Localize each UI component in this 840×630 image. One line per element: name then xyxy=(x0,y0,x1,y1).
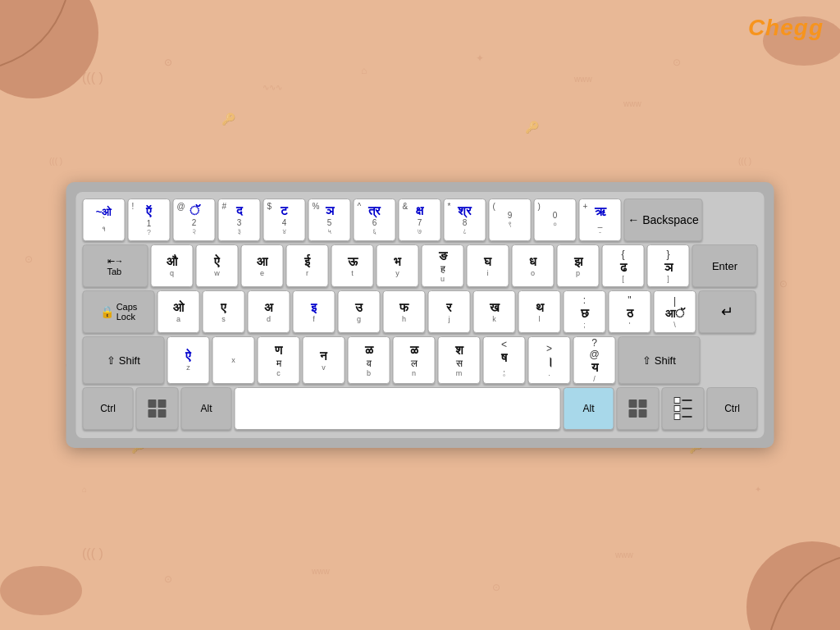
key-2[interactable]: @ ॅ 2 २ xyxy=(173,199,216,241)
key-slash[interactable]: ? @ य / xyxy=(573,336,616,384)
key-backslash[interactable]: | आॅ \ xyxy=(654,290,696,333)
key-l[interactable]: थ l xyxy=(518,290,561,333)
key-z[interactable]: ऐ z xyxy=(167,336,210,384)
keyboard-inner: ~ओ ` १ ! ऍ 1 ? @ ॅ 2 २ xyxy=(76,192,765,438)
key-ctrl-left[interactable]: Ctrl xyxy=(83,387,134,430)
svg-text:⊙: ⊙ xyxy=(164,573,172,585)
svg-text:((( ): ((( ) xyxy=(82,546,103,560)
svg-text:www: www xyxy=(573,75,592,84)
key-q[interactable]: औ q xyxy=(151,244,194,287)
key-7[interactable]: & क्ष 7 ७ xyxy=(399,199,441,241)
svg-text:🔑: 🔑 xyxy=(525,121,540,135)
key-4[interactable]: $ ट 4 ४ xyxy=(263,199,306,241)
key-r[interactable]: ई r xyxy=(286,244,329,287)
key-quote[interactable]: " ठ ' xyxy=(609,290,651,333)
bottom-row: ⇧ Shift ऐ z x ण म xyxy=(83,336,758,384)
svg-text:www: www xyxy=(311,567,330,576)
key-t[interactable]: ऊ t xyxy=(331,244,374,287)
key-b[interactable]: ळ व b xyxy=(348,336,390,384)
key-ctrl-right[interactable]: Ctrl xyxy=(707,387,758,430)
key-comma[interactable]: < ष , ° xyxy=(483,336,526,384)
qwerty-row: ⇤→Tab औ q ऐ w आ e xyxy=(83,244,758,287)
key-backspace[interactable]: ← Backspace xyxy=(624,199,703,241)
key-alt-left[interactable]: Alt xyxy=(181,387,232,430)
key-w[interactable]: ऐ w xyxy=(196,244,239,287)
key-tab[interactable]: ⇤→Tab xyxy=(83,244,148,287)
svg-text:www: www xyxy=(623,99,641,108)
key-open-bracket[interactable]: { ढ [ xyxy=(602,244,645,287)
svg-text:⌂: ⌂ xyxy=(361,65,367,76)
chegg-logo: Chegg xyxy=(748,15,824,41)
key-shift-right[interactable]: ⇧ Shift xyxy=(619,336,701,384)
key-menu[interactable] xyxy=(662,387,705,430)
key-c[interactable]: ण म c xyxy=(258,336,300,384)
key-minus[interactable]: + ऋ _ - xyxy=(579,199,622,241)
svg-point-0 xyxy=(0,0,98,98)
key-a[interactable]: ओ a xyxy=(158,290,200,333)
key-e[interactable]: आ e xyxy=(241,244,284,287)
key-s[interactable]: ए s xyxy=(203,290,245,333)
key-i[interactable]: घ i xyxy=(467,244,509,287)
home-row: 🔒 CapsLock ओ a ए s xyxy=(83,290,758,333)
key-capslock[interactable]: 🔒 CapsLock xyxy=(83,290,155,333)
key-alt-right[interactable]: Alt xyxy=(564,387,614,430)
key-9[interactable]: ( 9 ९ xyxy=(489,199,532,241)
key-0[interactable]: ) 0 ० xyxy=(534,199,577,241)
key-k[interactable]: ख k xyxy=(473,290,516,333)
svg-text:⊙: ⊙ xyxy=(779,278,788,290)
svg-text:((( ): ((( ) xyxy=(49,157,62,166)
keyboard-container: ~ओ ` १ ! ऍ 1 ? @ ॅ 2 २ xyxy=(66,182,774,448)
svg-text:✦: ✦ xyxy=(755,485,761,494)
svg-text:✦: ✦ xyxy=(476,52,484,64)
svg-text:⊙: ⊙ xyxy=(25,253,33,265)
svg-text:⊙: ⊙ xyxy=(164,57,172,68)
svg-text:www: www xyxy=(614,550,633,559)
key-o[interactable]: ध o xyxy=(512,244,555,287)
key-win-left[interactable] xyxy=(136,387,179,430)
svg-text:⊙: ⊙ xyxy=(492,582,500,593)
key-6[interactable]: ^ त्र 6 ६ xyxy=(354,199,396,241)
key-3[interactable]: # द 3 ३ xyxy=(218,199,261,241)
svg-text:((( ): ((( ) xyxy=(82,71,103,84)
key-v[interactable]: न v xyxy=(303,336,345,384)
key-u[interactable]: ङ ह u xyxy=(422,244,464,287)
key-n[interactable]: ळ ल n xyxy=(393,336,436,384)
key-close-bracket[interactable]: } ञ ] xyxy=(647,244,690,287)
key-8[interactable]: * श्र 8 ८ xyxy=(444,199,486,241)
key-space[interactable] xyxy=(235,387,561,430)
key-g[interactable]: उ g xyxy=(338,290,381,333)
key-p[interactable]: झ p xyxy=(557,244,600,287)
key-d[interactable]: अ d xyxy=(248,290,290,333)
svg-text:∿∿∿: ∿∿∿ xyxy=(262,83,282,92)
key-y[interactable]: भ y xyxy=(377,244,419,287)
key-x[interactable]: x xyxy=(212,336,255,384)
number-row: ~ओ ` १ ! ऍ 1 ? @ ॅ 2 २ xyxy=(83,199,758,241)
key-enter[interactable]: Enter xyxy=(692,244,758,287)
key-enter2[interactable]: ↵ xyxy=(699,290,756,333)
key-j[interactable]: र j xyxy=(428,290,471,333)
svg-text:🔑: 🔑 xyxy=(221,112,236,126)
key-tilde[interactable]: ~ओ ` १ xyxy=(83,199,126,241)
svg-text:((( ): ((( ) xyxy=(738,157,751,166)
svg-text:⌂: ⌂ xyxy=(82,485,87,494)
key-f[interactable]: इ f xyxy=(293,290,336,333)
key-semicolon[interactable]: : छ ; xyxy=(564,290,606,333)
key-5[interactable]: % ञ 5 ५ xyxy=(308,199,351,241)
key-1[interactable]: ! ऍ 1 ? xyxy=(128,199,171,241)
svg-point-3 xyxy=(0,566,82,615)
svg-point-1 xyxy=(746,541,840,630)
key-shift-left[interactable]: ⇧ Shift xyxy=(83,336,165,384)
key-h[interactable]: फ h xyxy=(383,290,426,333)
key-m[interactable]: श स m xyxy=(438,336,481,384)
key-win-right[interactable] xyxy=(617,387,660,430)
key-period[interactable]: > । . xyxy=(528,336,571,384)
space-row: Ctrl Alt Alt xyxy=(83,387,758,430)
svg-text:⊙: ⊙ xyxy=(673,57,681,68)
